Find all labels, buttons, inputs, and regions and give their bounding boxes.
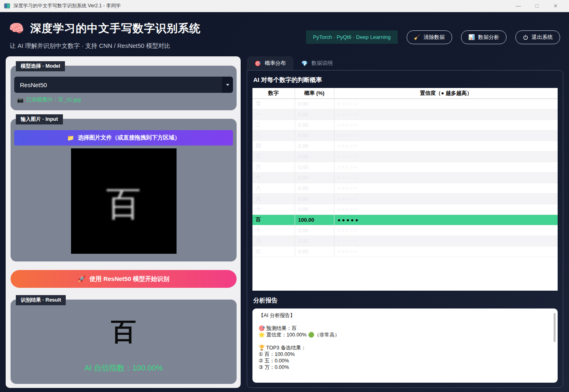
report-scrollbar[interactable] bbox=[554, 313, 556, 342]
folder-icon: 📁 bbox=[67, 135, 74, 141]
exit-system-button[interactable]: 退出系统 bbox=[515, 30, 560, 44]
probability-cell[interactable]: 0.00 bbox=[295, 193, 334, 204]
digit-cell[interactable]: 三 bbox=[252, 130, 295, 141]
probability-table: 数字 概率 (%) 置信度（● 越多越高） 零0.00○○○○○一0.00○○○… bbox=[252, 88, 558, 291]
confidence-cell[interactable]: ○○○○○ bbox=[334, 109, 558, 120]
probability-cell[interactable]: 0.00 bbox=[295, 183, 334, 193]
table-row[interactable]: 八0.00○○○○○ bbox=[252, 183, 558, 193]
digit-cell[interactable]: 七 bbox=[252, 172, 295, 183]
minimize-button[interactable]: — bbox=[509, 0, 528, 12]
probability-cell[interactable]: 0.00 bbox=[295, 109, 334, 120]
col-confidence: 置信度（● 越多越高） bbox=[334, 88, 558, 99]
confidence-text: AI 自信指数：100.00% bbox=[84, 363, 163, 373]
confidence-cell[interactable]: ○○○○○ bbox=[334, 172, 558, 183]
model-group-title: 模型选择 · Model bbox=[16, 61, 65, 71]
report-line: 🏆 TOP3 备选结果： bbox=[259, 345, 552, 351]
digit-cell[interactable]: 五 bbox=[252, 151, 295, 162]
recognize-button[interactable]: 🚀 使用 ResNet50 模型开始识别 bbox=[11, 270, 237, 288]
data-analysis-button[interactable]: 📊 数据分析 bbox=[461, 30, 506, 44]
table-row[interactable]: 亿0.00○○○○○ bbox=[252, 246, 558, 257]
digit-cell[interactable]: 四 bbox=[252, 141, 295, 151]
dropdown-arrow-zone[interactable] bbox=[222, 77, 233, 93]
probability-cell[interactable]: 0.00 bbox=[295, 162, 334, 172]
probability-cell[interactable]: 0.00 bbox=[295, 246, 334, 257]
digit-cell[interactable]: 六 bbox=[252, 162, 295, 172]
confidence-cell[interactable]: ○○○○○ bbox=[334, 246, 558, 257]
report-line: ② 五：0.00% bbox=[259, 358, 552, 364]
digit-cell[interactable]: 万 bbox=[252, 236, 295, 246]
brain-icon: 🧠 bbox=[9, 22, 24, 34]
digit-cell[interactable]: 二 bbox=[252, 120, 295, 130]
col-digit: 数字 bbox=[252, 88, 295, 99]
tab-bar: 🎯 概率分布 💎 数据说明 bbox=[247, 56, 563, 70]
power-icon bbox=[523, 34, 528, 40]
confidence-cell[interactable]: ○○○○○ bbox=[334, 120, 558, 130]
col-probability: 概率 (%) bbox=[295, 88, 334, 99]
table-row[interactable]: 二0.00○○○○○ bbox=[252, 120, 558, 130]
digit-cell[interactable]: 百 bbox=[252, 214, 295, 225]
probability-cell[interactable]: 0.00 bbox=[295, 130, 334, 141]
probability-cell[interactable]: 0.00 bbox=[295, 204, 334, 214]
page-subtitle: 让 AI 理解并识别中文数字 · 支持 CNN / ResNet50 模型对比 bbox=[9, 42, 200, 50]
table-row[interactable]: 一0.00○○○○○ bbox=[252, 109, 558, 120]
maximize-button[interactable]: □ bbox=[528, 0, 546, 12]
probability-cell[interactable]: 0.00 bbox=[295, 151, 334, 162]
digit-cell[interactable]: 零 bbox=[252, 99, 295, 109]
confidence-cell[interactable]: ○○○○○ bbox=[334, 236, 558, 246]
probability-cell[interactable]: 0.00 bbox=[295, 172, 334, 183]
chevron-down-icon bbox=[226, 84, 229, 86]
confidence-cell[interactable]: ○○○○○ bbox=[334, 183, 558, 193]
confidence-cell[interactable]: ●●●●● bbox=[334, 214, 558, 225]
table-row[interactable]: 万0.00○○○○○ bbox=[252, 236, 558, 246]
confidence-cell[interactable]: ○○○○○ bbox=[334, 193, 558, 204]
result-group-title: 识别结果 · Result bbox=[16, 295, 66, 305]
probability-cell[interactable]: 0.00 bbox=[295, 225, 334, 236]
analysis-report-box[interactable]: 【AI 分析报告】 🎯 预测结果：百🌟 置信度：100.00% 🟢（非常高） 🏆… bbox=[252, 308, 558, 383]
table-row[interactable]: 五0.00○○○○○ bbox=[252, 151, 558, 162]
model-dropdown[interactable]: ResNet50 bbox=[14, 77, 233, 93]
digit-cell[interactable]: 九 bbox=[252, 193, 295, 204]
probability-cell[interactable]: 0.00 bbox=[295, 120, 334, 130]
confidence-cell[interactable]: ○○○○○ bbox=[334, 141, 558, 151]
table-row[interactable]: 十0.00○○○○○ bbox=[252, 204, 558, 214]
probability-tab-pane: AI 对每个数字的判断概率 数字 概率 (%) 置信度（● 越多越高） 零0.0… bbox=[247, 70, 563, 388]
input-image-preview[interactable]: 百 bbox=[71, 148, 177, 254]
window-title: 深度学习的中文手写数字识别系统 Ver2.1 - 李同学 bbox=[13, 2, 121, 9]
confidence-cell[interactable]: ○○○○○ bbox=[334, 151, 558, 162]
table-row[interactable]: 七0.00○○○○○ bbox=[252, 172, 558, 183]
table-row[interactable]: 四0.00○○○○○ bbox=[252, 141, 558, 151]
table-row[interactable]: 三0.00○○○○○ bbox=[252, 130, 558, 141]
tab-data-info[interactable]: 💎 数据说明 bbox=[293, 56, 340, 70]
confidence-cell[interactable]: ○○○○○ bbox=[334, 99, 558, 109]
probability-cell[interactable]: 0.00 bbox=[295, 236, 334, 246]
left-panel: 模型选择 · Model ResNet50 📷 已加载图片：百_31.jpg 输… bbox=[6, 56, 241, 388]
probability-cell[interactable]: 0.00 bbox=[295, 99, 334, 109]
digit-cell[interactable]: 十 bbox=[252, 204, 295, 214]
table-row[interactable]: 零0.00○○○○○ bbox=[252, 99, 558, 109]
digit-cell[interactable]: 一 bbox=[252, 109, 295, 120]
clear-data-button[interactable]: 🧹 清除数据 bbox=[407, 30, 452, 44]
digit-cell[interactable]: 亿 bbox=[252, 246, 295, 257]
table-row[interactable]: 六0.00○○○○○ bbox=[252, 162, 558, 172]
table-row[interactable]: 千0.00○○○○○ bbox=[252, 225, 558, 236]
digit-cell[interactable]: 千 bbox=[252, 225, 295, 236]
confidence-cell[interactable]: ○○○○○ bbox=[334, 130, 558, 141]
table-row[interactable]: 百100.00●●●●● bbox=[252, 214, 558, 225]
report-line bbox=[259, 338, 552, 345]
digit-cell[interactable]: 八 bbox=[252, 183, 295, 193]
report-line: ① 百：100.00% bbox=[259, 351, 552, 358]
probability-cell[interactable]: 100.00 bbox=[295, 214, 334, 225]
report-title: 分析报告 bbox=[253, 297, 558, 304]
choose-file-button[interactable]: 📁 选择图片文件（或直接拖拽到下方区域） bbox=[14, 130, 233, 146]
probability-cell[interactable]: 0.00 bbox=[295, 141, 334, 151]
confidence-cell[interactable]: ○○○○○ bbox=[334, 225, 558, 236]
main-window: 🧠 深度学习的中文手写数字识别系统 让 AI 理解并识别中文数字 · 支持 CN… bbox=[0, 12, 569, 392]
diamond-icon: 💎 bbox=[301, 60, 308, 66]
target-icon: 🎯 bbox=[254, 60, 261, 66]
table-row[interactable]: 九0.00○○○○○ bbox=[252, 193, 558, 204]
report-line: ③ 万：0.00% bbox=[259, 364, 552, 371]
close-button[interactable]: ✕ bbox=[546, 0, 565, 12]
tab-probability[interactable]: 🎯 概率分布 bbox=[247, 56, 293, 70]
confidence-cell[interactable]: ○○○○○ bbox=[334, 162, 558, 172]
confidence-cell[interactable]: ○○○○○ bbox=[334, 204, 558, 214]
